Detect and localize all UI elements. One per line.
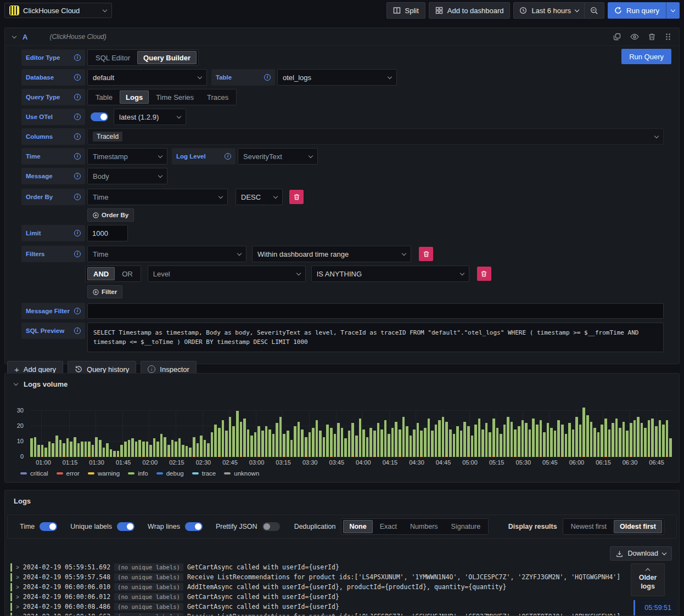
query-type-option-traces[interactable]: Traces [201, 91, 234, 104]
limit-input[interactable] [87, 225, 128, 241]
remove-order-by-button[interactable] [289, 190, 304, 204]
volume-bar [142, 442, 145, 457]
legend-item-warning[interactable]: warning [88, 470, 120, 477]
legend-item-unknown[interactable]: unknown [224, 470, 259, 477]
filter-time-field-select[interactable]: Time [87, 246, 246, 262]
volume-bar [463, 422, 466, 457]
conjunction-option-or[interactable]: OR [116, 267, 139, 280]
volume-bar [410, 436, 412, 457]
duplicate-icon[interactable] [613, 33, 621, 41]
info-icon[interactable]: i [74, 54, 81, 61]
info-icon[interactable]: i [74, 114, 81, 120]
info-icon[interactable]: i [74, 74, 81, 81]
collapse-chevron-icon[interactable] [14, 381, 18, 386]
display-results-option-oldest-first[interactable]: Oldest first [614, 520, 662, 533]
log-level-select[interactable]: SeverityText [238, 148, 318, 165]
time-range-picker[interactable]: Last 6 hours [514, 3, 584, 18]
legend-item-debug[interactable]: debug [156, 470, 184, 477]
column-chip[interactable]: TraceId [93, 132, 122, 142]
query-type-option-logs[interactable]: Logs [120, 91, 149, 104]
log-row[interactable]: >2024-02-19 06:00:18.663(no unique label… [10, 612, 675, 616]
table-select[interactable]: otel_logs [277, 69, 397, 86]
expand-row-chevron-icon[interactable]: > [16, 594, 19, 600]
dedup-option-none[interactable]: None [343, 520, 372, 533]
info-icon[interactable]: i [74, 94, 81, 100]
database-select[interactable]: default [87, 69, 207, 86]
chevron-down-icon [177, 114, 181, 118]
info-icon[interactable]: i [74, 327, 81, 334]
prettify-json-toggle[interactable] [262, 522, 280, 531]
split-button[interactable]: Split [386, 2, 425, 19]
dedup-option-signature[interactable]: Signature [445, 520, 487, 533]
info-icon[interactable]: i [74, 308, 81, 314]
zoom-out-button[interactable] [585, 3, 604, 18]
info-icon[interactable]: i [74, 173, 81, 179]
legend-item-critical[interactable]: critical [20, 470, 48, 477]
filter-condition-select[interactable]: IS ANYTHING [311, 265, 469, 282]
hide-response-eye-icon[interactable] [630, 33, 639, 40]
filter-operator-select[interactable]: Within dashboard time range [252, 246, 411, 262]
add-filter-button[interactable]: Filter [87, 285, 122, 298]
dedup-option-numbers[interactable]: Numbers [404, 520, 444, 533]
panel-run-query-button[interactable]: Run Query [621, 49, 671, 64]
remove-query-trash-icon[interactable] [648, 33, 655, 41]
add-order-by-button[interactable]: Order By [87, 208, 134, 222]
editor-type-option-sql-editor[interactable]: SQL Editor [89, 51, 136, 64]
time-column-select[interactable]: Timestamp [87, 148, 167, 165]
expand-row-chevron-icon[interactable]: > [16, 584, 19, 590]
log-row[interactable]: >2024-02-19 05:59:51.692(no unique label… [10, 562, 675, 572]
volume-bar [48, 442, 51, 457]
editor-type-option-query-builder[interactable]: Query Builder [137, 51, 197, 64]
run-query-button[interactable]: Run query [608, 2, 666, 19]
query-row-header[interactable]: A (ClickHouse Cloud) [5, 28, 679, 46]
log-row[interactable]: >2024-02-19 06:00:06.012(no unique label… [10, 592, 675, 602]
query-type-option-time-series[interactable]: Time Series [150, 91, 200, 104]
message-column-select[interactable]: Body [87, 168, 167, 184]
display-results-option-newest-first[interactable]: Newest first [565, 520, 613, 533]
log-row[interactable]: >2024-02-19 06:00:08.486(no unique label… [10, 602, 675, 612]
expand-row-chevron-icon[interactable]: > [16, 604, 19, 610]
query-type-option-table[interactable]: Table [89, 91, 119, 104]
expand-row-chevron-icon[interactable]: > [16, 574, 19, 580]
log-row[interactable]: >2024-02-19 06:00:06.010(no unique label… [10, 582, 675, 592]
wrap-lines-toggle[interactable] [185, 522, 203, 531]
volume-bar [547, 423, 550, 457]
order-by-field-select[interactable]: Time [87, 189, 228, 205]
download-button[interactable]: Download [610, 546, 672, 561]
order-by-direction-select[interactable]: DESC [236, 189, 283, 205]
add-to-dashboard-button[interactable]: Add to dashboard [429, 2, 511, 19]
drag-handle-icon[interactable] [665, 33, 671, 41]
columns-multiselect[interactable]: TraceId [87, 128, 664, 145]
datasource-picker[interactable]: ClickHouse Cloud [4, 3, 112, 18]
otel-version-select[interactable]: latest (1.2.9) [114, 109, 186, 125]
info-icon[interactable]: i [264, 74, 271, 81]
info-icon[interactable]: i [74, 133, 81, 140]
unique-labels-toggle[interactable] [117, 522, 134, 531]
log-row[interactable]: >2024-02-19 05:59:57.548(no unique label… [10, 572, 675, 582]
use-otel-toggle[interactable] [91, 112, 108, 121]
volume-bar [623, 422, 625, 457]
filter-field-select[interactable]: Level [148, 265, 306, 282]
log-message: AddItemAsync called with userId={userId}… [187, 583, 507, 591]
legend-item-error[interactable]: error [57, 470, 80, 477]
message-filter-input[interactable] [87, 303, 664, 319]
remove-filter-button[interactable] [419, 247, 433, 261]
info-icon[interactable]: i [225, 153, 231, 160]
legend-item-info[interactable]: info [128, 470, 148, 477]
run-query-options-button[interactable] [666, 2, 680, 19]
info-icon[interactable]: i [74, 251, 81, 257]
expand-row-chevron-icon[interactable]: > [16, 614, 19, 616]
info-icon[interactable]: i [74, 230, 81, 236]
older-logs-button[interactable]: Older logs [631, 563, 665, 596]
info-icon[interactable]: i [74, 153, 81, 160]
logs-volume-chart[interactable] [30, 411, 671, 457]
volume-bar [514, 429, 517, 457]
info-icon[interactable]: i [74, 194, 81, 200]
dedup-option-exact[interactable]: Exact [374, 520, 403, 533]
legend-item-trace[interactable]: trace [192, 470, 216, 477]
remove-level-filter-button[interactable] [477, 267, 491, 281]
time-toggle[interactable] [40, 522, 57, 531]
legend-label: trace [202, 470, 216, 477]
conjunction-option-and[interactable]: AND [87, 267, 115, 280]
expand-row-chevron-icon[interactable]: > [16, 564, 19, 570]
